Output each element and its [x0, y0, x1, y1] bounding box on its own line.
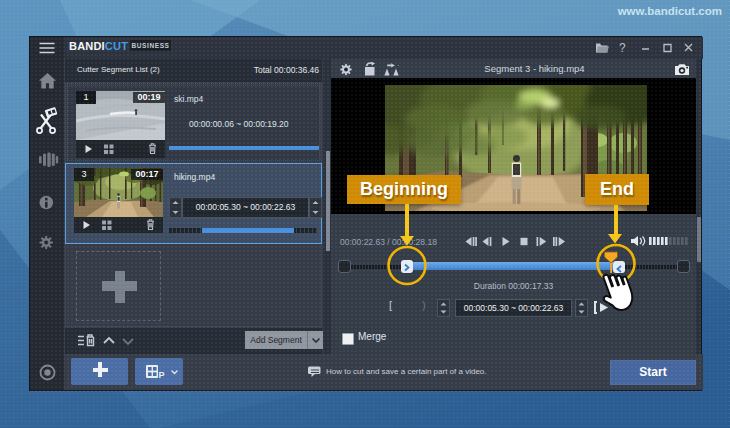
- svg-text:P: P: [159, 370, 165, 380]
- svg-text:?: ?: [619, 41, 626, 55]
